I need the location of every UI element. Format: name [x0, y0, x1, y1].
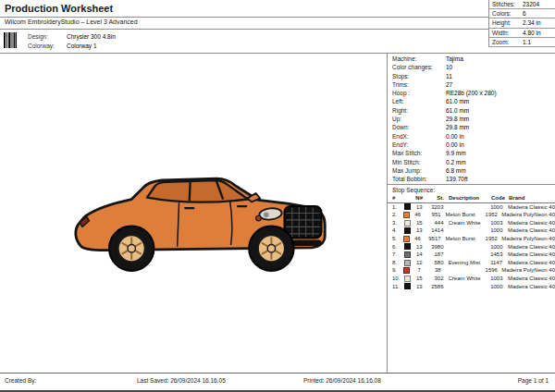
machine-info-value: 27 — [446, 80, 551, 89]
machine-info-label: Up: — [392, 115, 446, 123]
thread-color-swatch — [403, 236, 410, 242]
needle-number: 13 — [413, 203, 426, 212]
stats-row: Zoom:1:1 — [489, 38, 555, 47]
footer: Created By: Last Saved: 26/09/2024 16.16… — [0, 373, 555, 391]
column-header: St. — [426, 194, 449, 202]
thread-color-swatch — [404, 227, 411, 234]
thread-description — [449, 243, 491, 251]
column-header: Description — [449, 194, 491, 202]
machine-info-label: Down: — [392, 123, 446, 131]
machine-info-label: Left: — [392, 97, 446, 105]
machine-info-row: Stops:11 — [392, 72, 551, 80]
machine-info-label: Trims: — [392, 80, 446, 89]
stop-sequence-row: 10.15302Cream White1003Madeira Classic 4… — [388, 275, 555, 283]
machine-info-row: Machine:Tajima — [392, 55, 551, 63]
needle-number: 46 — [412, 235, 424, 243]
thread-code: 1952 — [486, 235, 502, 243]
stitch-count: 1414 — [426, 227, 449, 235]
stop-sequence-title: Stop Sequence: — [388, 185, 555, 194]
design-info: Design: Chrysler 300 4.8in Colorway: Col… — [0, 31, 387, 53]
stop-sequence-row: 11.1325861000Madeira Classic 40 — [388, 283, 555, 291]
stitch-count: 951 — [425, 211, 446, 219]
thread-brand: Madeira Classic 40 — [508, 203, 555, 212]
thread-brand: Madeira PolyNeon 40 — [501, 266, 555, 275]
machine-info-value: 29.8 mm — [446, 115, 551, 123]
thread-description: Evening Mist — [449, 259, 491, 267]
production-worksheet-page: Production Worksheet Wilcom EmbroiderySt… — [0, 0, 555, 392]
stats-value: 1:1 — [523, 38, 555, 46]
machine-info-label: Max Stitch: — [392, 149, 446, 157]
needle-number: 13 — [413, 227, 426, 235]
machine-info-label: Right: — [392, 106, 446, 115]
stop-number: 9. — [392, 266, 403, 275]
stop-number: 1. — [392, 203, 404, 212]
machine-info-label: Min Stitch: — [392, 158, 446, 166]
stats-label: Stitches: — [492, 0, 523, 8]
thread-brand: Madeira Classic 40 — [508, 259, 555, 267]
machine-info-row: Hoop :RE28b (200 x 280) — [392, 89, 551, 97]
stop-number: 2. — [392, 211, 403, 219]
machine-info-row: Right:61.0 mm — [392, 106, 551, 115]
stats-label: Width: — [492, 29, 523, 37]
stats-label: Colors: — [492, 9, 523, 18]
needle-number: 13 — [413, 283, 426, 291]
thread-description: Cream White — [449, 275, 491, 283]
column-header-swatch — [404, 194, 413, 202]
barcode-icon — [4, 32, 17, 52]
design-preview-car — [69, 150, 328, 292]
machine-info-label: EndX: — [392, 132, 446, 141]
stats-row: Height:2.34 in — [489, 18, 555, 28]
stats-label: Zoom: — [492, 38, 523, 46]
machine-info-row: Trims:27 — [392, 80, 551, 89]
machine-info-row: Color changes:10 — [392, 63, 551, 71]
machine-info-row: Up:29.8 mm — [392, 115, 551, 123]
thread-color-swatch — [404, 283, 411, 289]
stitch-count: 2586 — [426, 283, 449, 291]
machine-info-value: 0.2 mm — [446, 158, 551, 166]
machine-info-label: EndY: — [392, 141, 446, 149]
stop-number: 3. — [392, 219, 404, 227]
machine-info-value: Tajima — [446, 55, 551, 63]
stitch-count: 3203 — [426, 203, 449, 212]
stats-row: Colors:6 — [489, 9, 555, 18]
thread-brand: Madeira Classic 40 — [508, 275, 555, 283]
design-label: Design: — [28, 33, 48, 40]
stats-value: 2.34 in — [523, 18, 555, 27]
machine-info-label: Machine: — [392, 55, 446, 63]
machine-info-value: 9.9 mm — [446, 149, 551, 157]
stop-number: 10. — [392, 275, 404, 283]
stop-sequence-row: 3.15444Cream White1003Madeira Classic 40 — [388, 219, 555, 227]
divider — [0, 29, 489, 30]
thread-description — [446, 266, 486, 275]
stitch-count: 3980 — [426, 243, 449, 251]
stats-value: 6 — [523, 9, 555, 18]
machine-info-label: Color changes: — [392, 63, 446, 71]
thread-brand: Madeira Classic 40 — [508, 283, 555, 291]
stitch-count: 187 — [426, 251, 449, 259]
machine-info-label: Stops: — [392, 72, 446, 80]
thread-code: 1000 — [490, 243, 508, 251]
stop-number: 6. — [392, 243, 404, 251]
thread-color-cell — [404, 219, 413, 227]
thread-color-swatch — [403, 212, 410, 218]
thread-description: Melon Burst — [446, 211, 486, 219]
thread-color-cell — [404, 227, 413, 235]
thread-code: 1596 — [486, 266, 502, 275]
machine-info-value: 11 — [446, 72, 551, 80]
thread-description — [449, 227, 491, 235]
stop-number: 4. — [392, 227, 404, 235]
last-saved-text: Last Saved: 26/09/2024 16.16.05 — [137, 377, 226, 384]
machine-info-row: Max Stitch:9.9 mm — [392, 149, 551, 157]
stop-number: 7. — [392, 251, 404, 259]
thread-description: Cream White — [449, 219, 491, 227]
machine-info-row: EndX:0.00 in — [392, 132, 551, 141]
stop-sequence-rows: 1.1332031000Madeira Classic 402.46951Mel… — [388, 203, 555, 291]
machine-info-value: 29.8 mm — [446, 123, 551, 131]
needle-number: 46 — [412, 211, 424, 219]
thread-color-cell — [404, 259, 413, 267]
thread-code: 1453 — [490, 251, 508, 259]
column-header: # — [392, 194, 404, 202]
thread-color-swatch — [404, 203, 411, 210]
thread-color-cell — [404, 243, 413, 251]
printed-text: Printed: 26/09/2024 16.16.08 — [303, 377, 381, 384]
